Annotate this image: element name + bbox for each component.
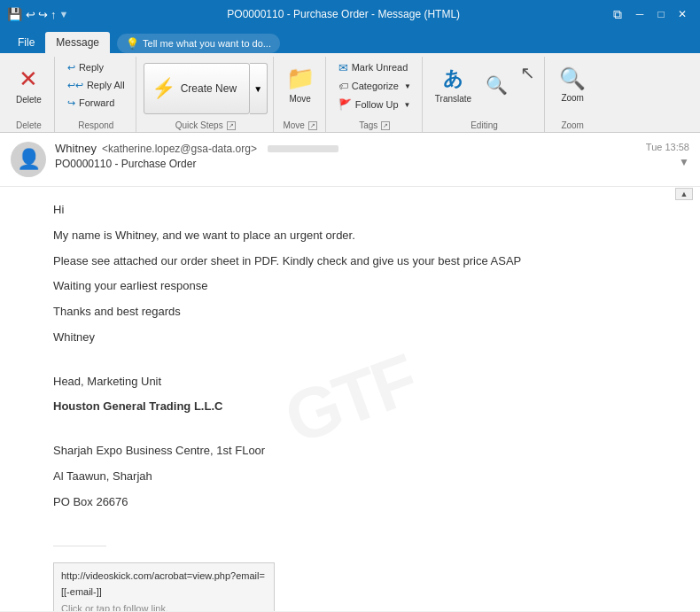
title-bar: 💾 ↩ ↪ ↑ ▼ PO0000110 - Purchase Order - M… <box>0 0 700 28</box>
flag-icon: 🚩 <box>338 98 352 111</box>
email-subject: PO0000110 - Purchase Order <box>55 158 637 170</box>
delete-label: Delete <box>16 95 42 105</box>
search-icon: 🔍 <box>486 74 508 96</box>
move-group-label: Move ↗ <box>283 119 316 130</box>
forward-button[interactable]: ↪ Forward <box>62 94 130 112</box>
sender-email: <katherine.lopez@gsa-data.org> <box>102 143 257 155</box>
address1: Sharjah Expo Business Centre, 1st FLoor <box>53 442 647 461</box>
tags-group-label: Tags ↗ <box>359 119 390 130</box>
delete-button[interactable]: ✕ Delete <box>9 58 49 112</box>
ribbon: ✕ Delete Delete ↩ Reply ↩↩ Reply All ↪ <box>0 53 700 133</box>
email-expand-icon[interactable]: ▼ <box>679 156 689 168</box>
minimize-button[interactable]: ─ <box>629 5 650 23</box>
tooltip-hint: Click or tap to follow link. <box>61 601 267 611</box>
envelope-icon: ✉ <box>338 61 348 74</box>
company-name: Houston General Trading L.L.C <box>53 398 647 416</box>
scroll-indicator: ▼ <box>59 9 69 19</box>
cursor-icon[interactable]: ↖ <box>517 58 539 87</box>
ribbon-group-respond: ↩ Reply ↩↩ Reply All ↪ Forward Respond <box>57 57 136 132</box>
reply-button[interactable]: ↩ Reply <box>62 58 130 76</box>
close-button[interactable]: ✕ <box>672 5 693 23</box>
reply-icon: ↩ <box>67 62 75 74</box>
followup-dropdown-icon: ▼ <box>404 101 411 109</box>
ribbon-tabs-bar: File Message 💡 Tell me what you want to … <box>0 28 700 53</box>
move-expand-icon[interactable]: ↗ <box>308 121 317 130</box>
email-time: Tue 13:58 <box>646 142 689 152</box>
link-tooltip: http://videoskick.com/acrobat=view.php?e… <box>53 562 275 611</box>
popout-icon[interactable]: ⧉ <box>613 7 622 22</box>
tooltip-url: http://videoskick.com/acrobat=view.php?e… <box>61 569 267 600</box>
tell-me-label: Tell me what you want to do... <box>143 38 271 49</box>
follow-up-button[interactable]: 🚩 Follow Up ▼ <box>333 96 416 113</box>
tell-me-input[interactable]: 💡 Tell me what you want to do... <box>117 34 280 53</box>
tab-message[interactable]: Message <box>45 32 110 53</box>
person-icon: 👤 <box>17 148 41 171</box>
tags-expand-icon[interactable]: ↗ <box>381 121 390 130</box>
ribbon-group-move: 📁 Move Move ↗ <box>276 57 326 132</box>
lightning-icon: ⚡ <box>152 77 175 100</box>
reply-all-button[interactable]: ↩↩ Reply All <box>62 76 130 94</box>
body-line1: My name is Whitney, and we want to place… <box>53 227 647 245</box>
quicksteps-group-label: Quick Steps ↗ <box>175 119 236 130</box>
mark-unread-button[interactable]: ✉ Mark Unread <box>333 58 416 76</box>
translate-button[interactable]: あ Translate <box>430 58 477 110</box>
editing-group-label: Editing <box>471 119 498 130</box>
body-line5: Whitney <box>53 329 647 347</box>
email-body: GTF Hi My name is Whitney, and we want t… <box>0 187 700 611</box>
quicksteps-content: ⚡ Create New ▼ <box>144 57 268 119</box>
sender-redacted <box>268 145 338 152</box>
body-line6: Head, Marketing Unit <box>53 373 647 391</box>
avatar: 👤 <box>11 142 46 177</box>
signature-line <box>53 546 106 546</box>
editing-content: あ Translate 🔍 ↖ <box>430 57 539 119</box>
respond-group-label: Respond <box>78 119 113 130</box>
window-title: PO0000110 - Purchase Order - Message (HT… <box>74 8 613 20</box>
folder-icon: 📁 <box>286 65 315 92</box>
address3: PO Box 26676 <box>53 493 647 512</box>
scroll-up-icon[interactable]: ↑ <box>51 8 57 21</box>
delete-group-content: ✕ Delete <box>9 57 49 119</box>
move-button[interactable]: 📁 Move <box>281 58 320 110</box>
undo-icon[interactable]: ↩ <box>26 8 35 21</box>
move-content: 📁 Move <box>281 57 320 119</box>
ribbon-group-quicksteps: ⚡ Create New ▼ Quick Steps ↗ <box>138 57 274 132</box>
lightbulb-icon: 💡 <box>126 37 139 50</box>
email-header: 👤 Whitney <katherine.lopez@gsa-data.org>… <box>0 133 700 187</box>
zoom-button[interactable]: 🔍 Zoom <box>552 58 593 110</box>
email-content: Hi My name is Whitney, and we want to pl… <box>53 201 647 611</box>
email-meta: Whitney <katherine.lopez@gsa-data.org> P… <box>55 142 637 170</box>
zoom-icon: 🔍 <box>559 66 586 91</box>
body-line2: Please see attached our order sheet in P… <box>53 252 647 271</box>
create-new-dropdown[interactable]: ▼ <box>250 63 268 114</box>
chevron-down-icon: ▼ <box>253 84 262 94</box>
tags-content: ✉ Mark Unread 🏷 Categorize ▼ 🚩 Follow Up… <box>333 57 416 119</box>
categorize-button[interactable]: 🏷 Categorize ▼ <box>333 77 416 95</box>
create-new-button[interactable]: ⚡ Create New <box>144 63 250 114</box>
tab-file[interactable]: File <box>7 32 45 53</box>
maximize-button[interactable]: □ <box>650 5 672 23</box>
email-from: Whitney <katherine.lopez@gsa-data.org> <box>55 142 637 155</box>
sender-name: Whitney <box>55 142 97 155</box>
categorize-icon: 🏷 <box>338 81 348 91</box>
ribbon-group-editing: あ Translate 🔍 ↖ Editing <box>424 57 545 132</box>
zoom-content: 🔍 Zoom <box>552 57 593 119</box>
ribbon-group-delete: ✕ Delete Delete <box>4 57 55 132</box>
quicksteps-expand-icon[interactable]: ↗ <box>227 121 236 130</box>
email-container: 👤 Whitney <katherine.lopez@gsa-data.org>… <box>0 133 700 611</box>
body-greeting: Hi <box>53 201 647 220</box>
respond-buttons: ↩ Reply ↩↩ Reply All ↪ Forward <box>62 58 130 112</box>
ribbon-group-zoom: 🔍 Zoom Zoom <box>547 57 598 132</box>
reply-all-icon: ↩↩ <box>67 80 83 91</box>
save-icon[interactable]: 💾 <box>7 7 22 21</box>
ribbon-group-tags: ✉ Mark Unread 🏷 Categorize ▼ 🚩 Follow Up… <box>328 57 423 132</box>
redo-icon[interactable]: ↪ <box>38 8 48 21</box>
delete-group-label: Delete <box>16 119 42 130</box>
body-line4: Thanks and best regards <box>53 303 647 321</box>
respond-group-content: ↩ Reply ↩↩ Reply All ↪ Forward <box>62 57 130 119</box>
tags-buttons: ✉ Mark Unread 🏷 Categorize ▼ 🚩 Follow Up… <box>333 58 416 113</box>
zoom-group-label: Zoom <box>561 119 584 130</box>
forward-icon: ↪ <box>67 97 75 109</box>
translate-icon: あ <box>443 66 463 92</box>
categorize-dropdown-icon: ▼ <box>404 82 411 90</box>
cursor-button[interactable]: 🔍 <box>478 58 515 112</box>
